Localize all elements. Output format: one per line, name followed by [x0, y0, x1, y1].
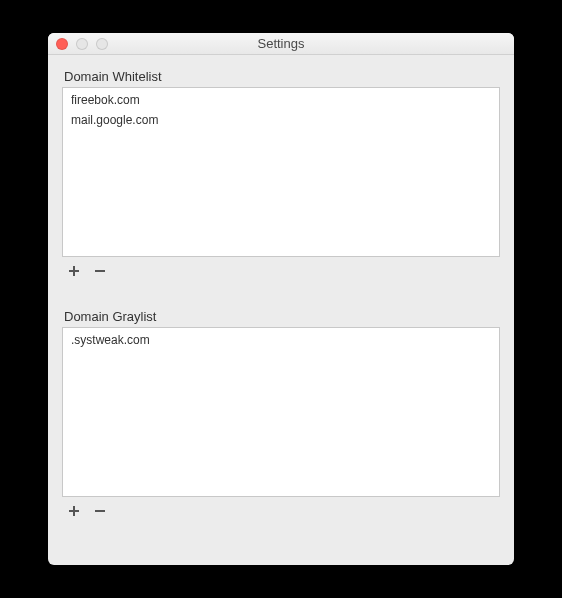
whitelist-label: Domain Whitelist — [64, 69, 500, 84]
graylist-label: Domain Graylist — [64, 309, 500, 324]
add-button[interactable] — [66, 263, 82, 279]
graylist-section: Domain Graylist .systweak.com — [62, 309, 500, 519]
whitelist-listbox[interactable]: fireebok.com mail.google.com — [62, 87, 500, 257]
add-button[interactable] — [66, 503, 82, 519]
minus-icon — [94, 265, 106, 277]
plus-icon — [68, 505, 80, 517]
settings-window: Settings Domain Whitelist fireebok.com m… — [48, 33, 514, 565]
graylist-listbox[interactable]: .systweak.com — [62, 327, 500, 497]
whitelist-buttons — [62, 257, 500, 279]
svg-rect-0 — [95, 270, 105, 272]
minus-icon — [94, 505, 106, 517]
window-title: Settings — [48, 36, 514, 51]
close-icon[interactable] — [56, 38, 68, 50]
list-item[interactable]: mail.google.com — [63, 110, 499, 130]
titlebar: Settings — [48, 33, 514, 55]
list-item[interactable]: fireebok.com — [63, 90, 499, 110]
maximize-icon[interactable] — [96, 38, 108, 50]
content-area: Domain Whitelist fireebok.com mail.googl… — [48, 55, 514, 565]
svg-rect-1 — [95, 510, 105, 512]
list-item[interactable]: .systweak.com — [63, 330, 499, 350]
minimize-icon[interactable] — [76, 38, 88, 50]
traffic-lights — [48, 38, 108, 50]
plus-icon — [68, 265, 80, 277]
remove-button[interactable] — [92, 503, 108, 519]
whitelist-section: Domain Whitelist fireebok.com mail.googl… — [62, 69, 500, 279]
remove-button[interactable] — [92, 263, 108, 279]
graylist-buttons — [62, 497, 500, 519]
